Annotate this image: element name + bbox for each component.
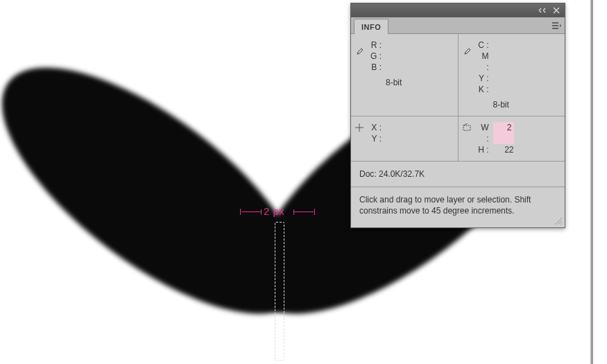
- measurement-arrow-right: [294, 211, 314, 213]
- resize-grip-icon[interactable]: [553, 216, 563, 225]
- rgb-cell: R : G : B : 8-bit: [351, 34, 458, 116]
- tool-hint: Click and drag to move layer or selectio…: [351, 187, 565, 223]
- g-value: [386, 51, 407, 62]
- dims-cell: W :2 H :22: [458, 116, 565, 161]
- c-label: C :: [478, 40, 489, 51]
- bounding-box-icon: [463, 123, 471, 134]
- eyedropper-icon: [355, 48, 364, 58]
- cmyk-depth: 8-bit: [493, 99, 514, 110]
- crosshair-icon: [355, 123, 364, 134]
- y-label: Y :: [370, 133, 382, 144]
- doc-size-text: Doc: 24.0K/32.7K: [359, 169, 425, 179]
- cmyk-cell: C : M : Y : K : 8-bit: [458, 34, 565, 116]
- measurement-arrow-left: [241, 211, 261, 213]
- eyedropper-icon: [463, 48, 471, 58]
- r-value: [386, 40, 407, 51]
- x-label: X :: [370, 122, 382, 133]
- w-label: W :: [478, 122, 489, 144]
- x-value: [386, 122, 407, 133]
- tab-info[interactable]: INFO: [354, 19, 388, 34]
- c-value: [493, 40, 514, 51]
- k-label: K :: [478, 84, 489, 95]
- collapse-icon[interactable]: [537, 6, 548, 15]
- svg-rect-0: [463, 125, 470, 130]
- panel-menu-button[interactable]: [548, 18, 565, 33]
- geometry-readout-row: X : Y : W :2 H :22: [351, 116, 565, 162]
- panel-titlebar[interactable]: [351, 3, 565, 17]
- tab-label: INFO: [361, 23, 381, 31]
- rgb-depth: 8-bit: [386, 77, 407, 88]
- m-value: [493, 51, 514, 73]
- color-readout-row: R : G : B : 8-bit C : M : Y : K :: [351, 34, 565, 116]
- h-value: 22: [493, 144, 514, 155]
- close-icon[interactable]: [551, 6, 562, 15]
- panel-body: R : G : B : 8-bit C : M : Y : K :: [351, 34, 565, 227]
- info-panel: INFO R : G : B : 8-bit: [350, 3, 565, 228]
- b-label: B :: [370, 62, 382, 73]
- coords-cell: X : Y :: [351, 116, 458, 161]
- selection-marquee[interactable]: [275, 222, 284, 361]
- y-label: Y :: [478, 73, 489, 84]
- app-stage: 2 px INFO: [0, 0, 607, 364]
- y-value: [493, 73, 514, 84]
- panel-tabbar: INFO: [351, 17, 565, 34]
- m-label: M :: [478, 51, 489, 73]
- measurement-cap-right: [314, 209, 315, 215]
- y-value: [386, 133, 407, 144]
- g-label: G :: [370, 51, 382, 62]
- tool-hint-text: Click and drag to move layer or selectio…: [359, 195, 531, 216]
- doc-size-readout: Doc: 24.0K/32.7K: [351, 162, 565, 187]
- measurement-label: 2 px: [264, 205, 284, 217]
- k-value: [493, 84, 514, 95]
- b-value: [386, 62, 407, 73]
- h-label: H :: [478, 144, 489, 155]
- measurement-cap-left: [240, 209, 241, 215]
- r-label: R :: [370, 40, 382, 51]
- scrollbar-gutter[interactable]: [590, 0, 607, 364]
- w-value: 2: [493, 122, 514, 144]
